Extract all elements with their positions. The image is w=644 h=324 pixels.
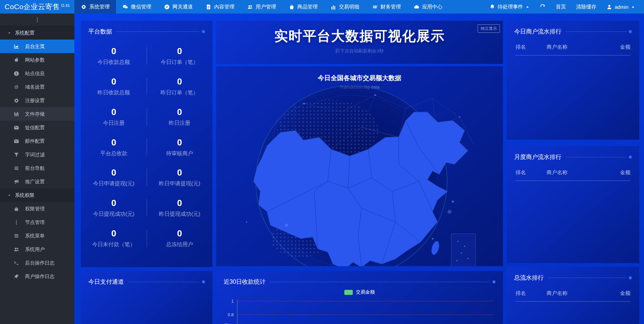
- column-amount: 金额: [607, 290, 630, 297]
- list-icon: [14, 233, 19, 239]
- panel-header: 月度商户流水排行: [507, 146, 639, 161]
- topnav-item-gateway[interactable]: 网关通道: [158, 0, 199, 14]
- topnav-label: 交易明细: [339, 4, 359, 10]
- sidebar-item-label: 系统用户: [25, 246, 45, 253]
- legend-swatch-green: [344, 290, 353, 295]
- app-logo[interactable]: CoCo企业云寄售 11.61: [0, 2, 74, 11]
- sidebar-item-front-nav[interactable]: 前台导航: [0, 161, 74, 175]
- sidebar-item-domain[interactable]: 域名设置: [0, 80, 74, 94]
- stat-label: 平台总收款: [81, 150, 147, 157]
- caret-up-icon: [525, 5, 530, 9]
- sidebar-item-register[interactable]: 注册设置: [0, 94, 74, 107]
- topbar-right: 待处理事件 首页 清除缓存 admin: [489, 4, 644, 10]
- sidebar-item-email[interactable]: 邮件配置: [0, 134, 74, 148]
- sidebar-item-permission-mgmt[interactable]: 权限管理: [0, 202, 74, 215]
- brand-name: CoCo企业云寄售: [5, 2, 60, 11]
- megaphone-icon: [14, 179, 19, 185]
- stat-label: 今日注册: [81, 120, 147, 127]
- sidebar-collapse-toggle[interactable]: [0, 14, 74, 26]
- clear-cache-button[interactable]: 清除缓存: [576, 4, 596, 10]
- topnav-item-appcenter[interactable]: 应用中心: [407, 0, 449, 14]
- panel-title: 平台数据: [88, 27, 112, 36]
- header-dot: [202, 30, 205, 33]
- pending-events-menu[interactable]: 待处理事件: [489, 4, 530, 10]
- dashboard-main-title: 实时平台大数据可视化展示: [216, 27, 503, 45]
- sidebar-item-word-filter[interactable]: 字词过滤: [0, 148, 74, 161]
- sidebar-item-storage[interactable]: 文件存储: [0, 107, 74, 121]
- user-menu[interactable]: admin: [606, 4, 635, 10]
- column-merchant: 商户名称: [547, 290, 607, 297]
- header-dashed-line: [129, 282, 199, 282]
- person-icon: [606, 4, 612, 10]
- terminal-icon: [14, 260, 19, 266]
- standalone-display-button[interactable]: 独立显示: [478, 24, 500, 33]
- topbar: CoCo企业云寄售 11.61 系统管理 微信管理 网关通道 内容管理 用户管理…: [0, 0, 644, 14]
- bar-chart-icon: [330, 4, 336, 10]
- users-icon: [247, 4, 253, 10]
- pending-events-label: 待处理事件: [498, 4, 523, 10]
- caret-up-icon: [631, 5, 635, 9]
- stat-value: 0: [81, 76, 147, 87]
- stat-row: 0平台总收款 0待审核商户: [81, 137, 212, 157]
- topnav-item-content[interactable]: 内容管理: [199, 0, 241, 14]
- list-icon: [14, 165, 19, 171]
- stat-value: 0: [81, 167, 147, 178]
- topnav-item-users[interactable]: 用户管理: [241, 0, 282, 14]
- topnav-item-goods[interactable]: 商品管理: [282, 0, 324, 14]
- stat-cell: 0今日订单（笔）: [147, 46, 213, 66]
- sidebar-item-sms[interactable]: 短信配置: [0, 121, 74, 134]
- y-axis-tick: 0.8: [219, 312, 234, 317]
- stat-row: 0今日提现成功(元) 0昨日提现成功(元): [81, 198, 212, 218]
- sidebar-item-system-menu[interactable]: 系统菜单: [0, 229, 74, 242]
- stat-cell: 0今日申请提现(元): [81, 167, 147, 187]
- sidebar-section-config[interactable]: 系统配置: [0, 26, 74, 40]
- planet-decoration: [214, 318, 238, 324]
- column-merchant: 商户名称: [547, 44, 607, 51]
- sidebar-item-merchant-log[interactable]: 商户操作日志: [0, 270, 74, 283]
- stat-value: 0: [147, 198, 213, 208]
- sidebar-item-site-info[interactable]: 站点信息: [0, 67, 74, 80]
- sidebar-item-label: 站点信息: [25, 70, 45, 77]
- sidebar-item-label: 节点管理: [25, 219, 45, 226]
- rank-month-panel: 月度商户流水排行 排名 商户名称 金额: [507, 146, 639, 263]
- wechat-icon: [122, 4, 128, 10]
- panel-header: 今日支付通道: [81, 271, 212, 286]
- stat-cell: 0今日注册: [81, 107, 147, 127]
- users-icon: [14, 247, 19, 252]
- sidebar-item-label: 字词过滤: [25, 152, 45, 158]
- sidebar-item-promotion[interactable]: 推广设置: [0, 175, 74, 188]
- column-amount: 金额: [607, 44, 630, 51]
- sidebar-item-system-users[interactable]: 系统用户: [0, 242, 74, 256]
- refresh-button[interactable]: [540, 4, 546, 10]
- topnav-item-system[interactable]: 系统管理: [74, 0, 116, 14]
- cloud-icon: [414, 4, 419, 10]
- home-link[interactable]: 首页: [556, 4, 566, 10]
- panel-title: 总流水排行: [514, 274, 544, 282]
- sidebar-item-node-mgmt[interactable]: 节点管理: [0, 215, 74, 229]
- sidebar-item-label: 域名设置: [25, 84, 45, 90]
- topnav-label: 商品管理: [297, 4, 318, 10]
- stat-value: 0: [147, 137, 213, 148]
- topnav-item-transactions[interactable]: 交易明细: [324, 0, 366, 14]
- sidebar-section-permission[interactable]: 系统权限: [0, 188, 74, 202]
- sidebar-item-site-params[interactable]: 网站参数: [0, 53, 74, 67]
- top-navigation: 系统管理 微信管理 网关通道 内容管理 用户管理 商品管理 交易明细 财务管理 …: [74, 0, 449, 14]
- stat-cell: 0今日提现成功(元): [81, 198, 147, 218]
- bell-icon: [489, 4, 495, 10]
- stat-label: 昨日申请提现(元): [147, 180, 213, 187]
- sidebar-item-home[interactable]: 后台主页: [0, 40, 74, 53]
- document-icon: [206, 4, 211, 10]
- header-dashed-line: [566, 31, 626, 32]
- column-rank: 排名: [515, 290, 547, 297]
- sidebar-item-admin-log[interactable]: 后台操作日志: [0, 256, 74, 270]
- stat-value: 0: [147, 167, 213, 178]
- panel-title: 月度商户流水排行: [514, 153, 561, 161]
- chart-legend[interactable]: 交易金额: [216, 289, 503, 295]
- header-dot: [629, 30, 632, 33]
- sidebar-item-label: 商户操作日志: [25, 273, 54, 280]
- topnav-item-finance[interactable]: 财务管理: [366, 0, 407, 14]
- gear-icon: [14, 98, 19, 103]
- topnav-item-wechat[interactable]: 微信管理: [116, 0, 158, 14]
- pin-icon: [14, 274, 19, 279]
- sidebar-item-label: 系统菜单: [25, 233, 45, 239]
